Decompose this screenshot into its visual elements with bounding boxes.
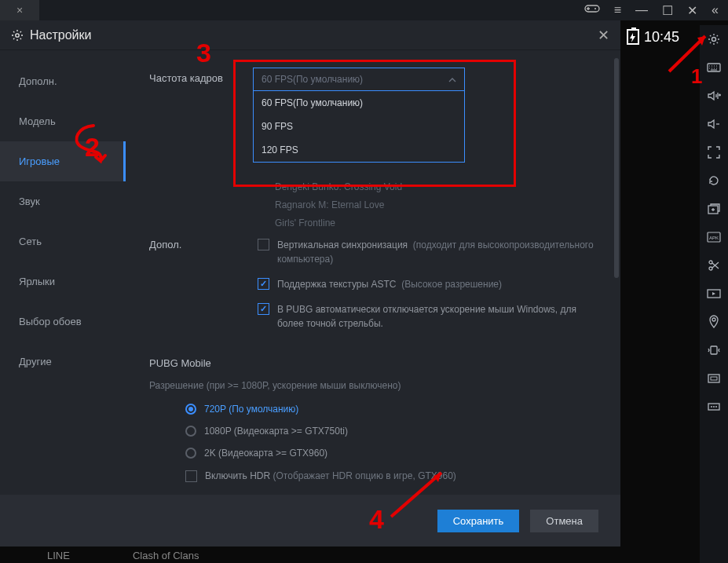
vsync-label: Вертикальная синхронизация (подходит для… <box>277 238 602 266</box>
fps-option[interactable]: 90 FPS <box>254 115 464 138</box>
additional-label: Допол. <box>149 238 258 250</box>
fps-label: Частота кадров <box>149 68 223 84</box>
astc-label: Поддержка текстуры ASTC (Высокое разреше… <box>277 277 502 291</box>
hdr-label: Включить HDR (Отображает HDR опцию в игр… <box>205 470 456 481</box>
list-item: Ragnarok M: Eternal Love <box>275 196 602 214</box>
fps-selected-text: 60 FPS(По умолчанию) <box>262 74 363 85</box>
svg-rect-12 <box>711 346 717 354</box>
emulator-statusbar: 10:45 <box>627 25 696 49</box>
sidebar-item-game[interactable]: Игровые <box>0 141 126 181</box>
svg-point-17 <box>713 406 715 408</box>
chevron-up-icon <box>448 74 456 85</box>
tab-close[interactable]: × <box>0 0 39 20</box>
list-item: Girls' Frontline <box>275 214 602 232</box>
svg-point-2 <box>16 33 19 36</box>
volume-up-icon[interactable] <box>706 88 722 104</box>
settings-title: Настройки <box>30 28 91 42</box>
vsync-checkbox[interactable] <box>258 239 269 250</box>
list-item: Dengeki Bunko: Crossing Void <box>275 178 602 196</box>
svg-point-16 <box>711 406 712 408</box>
close-settings-icon[interactable]: ✕ <box>598 27 609 44</box>
sidebar-item-additional[interactable]: Дополн. <box>0 61 126 101</box>
keyboard-icon[interactable] <box>706 60 722 75</box>
svg-rect-13 <box>708 375 719 382</box>
maximize-icon[interactable]: ☐ <box>662 3 673 18</box>
fullscreen-icon[interactable] <box>706 144 722 160</box>
rotate-icon[interactable] <box>706 173 722 188</box>
svg-point-9 <box>709 267 712 270</box>
svg-point-18 <box>715 406 717 408</box>
sidebar-item-model[interactable]: Модель <box>0 101 126 141</box>
sidebar-item-network[interactable]: Сеть <box>0 221 126 261</box>
svg-point-3 <box>712 38 716 42</box>
resolution-2k-radio[interactable] <box>185 448 196 459</box>
astc-checkbox[interactable] <box>258 278 269 290</box>
pubg-mouse-label: В PUBG автоматически отключается ускорен… <box>277 302 602 331</box>
fps-dropdown[interactable]: 60 FPS(По умолчанию) 60 FPS(По умолчанию… <box>253 68 465 163</box>
fps-option[interactable]: 60 FPS(По умолчанию) <box>254 91 464 115</box>
volume-down-icon[interactable] <box>706 116 722 132</box>
fps-game-list: Dengeki Bunko: Crossing Void Ragnarok M:… <box>275 178 602 232</box>
sidebar-item-wallpaper[interactable]: Выбор обоев <box>0 302 126 342</box>
cancel-button[interactable]: Отмена <box>530 510 598 532</box>
hdr-checkbox[interactable] <box>185 470 197 482</box>
pubg-section-title: PUBG Mobile <box>149 357 602 369</box>
multi-window-icon[interactable] <box>706 201 722 217</box>
settings-sidebar: Дополн. Модель Игровые Звук Сеть Ярлыки … <box>0 50 126 495</box>
sidebar-item-shortcuts[interactable]: Ярлыки <box>0 261 126 302</box>
emulator-side-toolbar: APK <box>700 25 728 563</box>
gear-icon <box>11 29 24 42</box>
settings-dialog: Настройки ✕ Дополн. Модель Игровые Звук … <box>0 20 620 547</box>
apk-icon[interactable]: APK <box>706 229 722 245</box>
fps-dropdown-selected[interactable]: 60 FPS(По умолчанию) <box>253 68 465 91</box>
background-text: LINEClash of Clans <box>47 550 199 561</box>
svg-point-1 <box>594 8 596 9</box>
svg-text:APK: APK <box>709 236 719 240</box>
resolution-2k-label: 2K (Видеокарта >= GTX960) <box>204 448 327 459</box>
settings-content: Частота кадров 60 FPS(По умолчанию) 60 F… <box>126 50 620 495</box>
sidebar-item-other[interactable]: Другие <box>0 342 126 382</box>
svg-rect-14 <box>711 377 717 380</box>
sidebar-item-sound[interactable]: Звук <box>0 181 126 221</box>
fps-option[interactable]: 120 FPS <box>254 138 464 162</box>
resolution-1080p-radio[interactable] <box>185 426 196 437</box>
settings-header: Настройки ✕ <box>0 20 620 50</box>
video-icon[interactable] <box>706 286 722 302</box>
pubg-mouse-checkbox[interactable] <box>258 303 269 315</box>
settings-footer: Сохранить Отмена <box>0 495 620 547</box>
settings-gear-icon[interactable] <box>706 31 722 47</box>
resolution-720p-label: 720P (По умолчанию) <box>204 404 298 415</box>
resolution-720p-radio[interactable] <box>185 404 196 415</box>
window-titlebar: × ≡ — ☐ ✕ « <box>0 0 728 20</box>
scrollbar[interactable] <box>614 58 619 278</box>
screenshot-icon[interactable] <box>706 371 722 386</box>
gamepad-icon[interactable] <box>584 3 600 17</box>
resolution-1080p-label: 1080P (Видеокарта >= GTX750ti) <box>204 426 348 437</box>
svg-point-8 <box>709 261 712 264</box>
menu-icon[interactable]: ≡ <box>614 3 621 17</box>
more-icon[interactable] <box>706 399 722 415</box>
battery-icon <box>627 29 639 45</box>
pubg-section-subtitle: Разрешение (при >= 1080P, ускорение мыши… <box>149 380 602 391</box>
minimize-icon[interactable]: — <box>635 3 648 17</box>
location-icon[interactable] <box>706 314 722 330</box>
close-window-icon[interactable]: ✕ <box>687 3 697 18</box>
collapse-icon[interactable]: « <box>712 3 719 17</box>
fps-dropdown-list: 60 FPS(По умолчанию) 90 FPS 120 FPS <box>253 91 465 163</box>
shake-icon[interactable] <box>706 342 722 358</box>
scissors-icon[interactable] <box>706 258 722 273</box>
clock-time: 10:45 <box>644 29 679 46</box>
save-button[interactable]: Сохранить <box>437 510 520 532</box>
svg-point-11 <box>712 318 715 321</box>
